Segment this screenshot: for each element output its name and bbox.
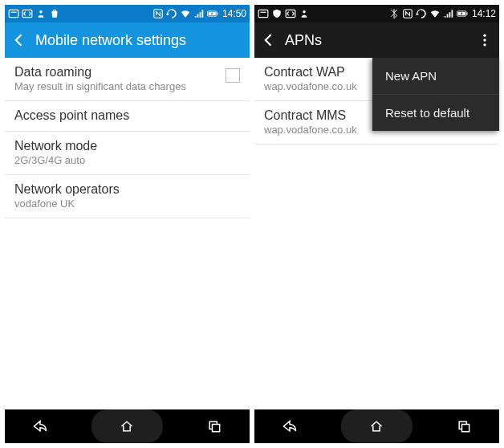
setting-title: Network operators [14, 182, 240, 197]
nav-home-button[interactable] [91, 409, 162, 443]
svg-point-18 [483, 35, 486, 37]
htc-sense-icon [258, 8, 269, 19]
nfc-icon [402, 8, 413, 19]
svg-point-20 [483, 43, 486, 46]
battery-icon [207, 8, 218, 19]
setting-title: Data roaming [14, 65, 226, 79]
status-left-icons [8, 8, 60, 19]
nav-recent-button[interactable] [179, 409, 250, 443]
setting-title: Network mode [14, 139, 240, 153]
menu-reset-default[interactable]: Reset to default [372, 95, 499, 131]
wifi-icon [429, 8, 441, 19]
setting-subtitle: vodafone UK [14, 198, 240, 210]
menu-new-apn[interactable]: New APN [372, 58, 499, 95]
back-button[interactable] [11, 32, 27, 48]
clock: 14:12 [470, 8, 496, 19]
svg-rect-22 [461, 425, 469, 432]
shopping-icon [49, 8, 60, 19]
sync-icon [416, 8, 427, 19]
svg-rect-10 [258, 10, 268, 17]
nav-home-button[interactable] [341, 409, 412, 443]
bluetooth-icon [388, 8, 400, 19]
status-bar: 14:12 [254, 5, 499, 22]
page-title: APNs [285, 32, 477, 49]
svg-point-19 [483, 39, 486, 41]
settings-list: Data roaming May result in significant d… [5, 58, 250, 409]
overflow-menu: New APN Reset to default [372, 58, 499, 131]
svg-rect-0 [9, 10, 18, 17]
svg-point-13 [303, 10, 306, 13]
nav-recent-button[interactable] [429, 409, 499, 443]
recent-apps-icon [206, 418, 222, 434]
overflow-menu-button[interactable] [477, 32, 493, 48]
shield-icon [271, 8, 282, 19]
setting-subtitle: May result in significant data charges [14, 80, 226, 92]
clock: 14:50 [221, 8, 246, 19]
page-title: Mobile network settings [35, 32, 243, 49]
person-icon [35, 8, 47, 19]
status-right-icons: 14:50 [152, 8, 246, 19]
status-left-icons [258, 8, 310, 19]
header: Mobile network settings [5, 22, 250, 58]
svg-rect-1 [11, 12, 17, 13]
left-screenshot: 14:50 Mobile network settings Data roami… [5, 5, 250, 443]
svg-rect-11 [261, 12, 266, 13]
right-screenshot: 14:12 APNs Contract WAP wap.vodafone.co.… [254, 5, 499, 443]
svg-point-3 [39, 10, 43, 13]
battery-icon [457, 8, 468, 19]
recent-apps-icon [456, 418, 472, 434]
wifi-icon [180, 8, 191, 19]
status-right-icons: 14:12 [388, 8, 496, 19]
setting-network-operators[interactable]: Network operators vodafone UK [5, 175, 250, 218]
data-roaming-checkbox[interactable] [226, 68, 240, 83]
signal-icon [443, 8, 454, 19]
svg-rect-9 [212, 425, 219, 432]
home-icon [368, 418, 384, 434]
chevron-left-icon [11, 32, 27, 48]
dev-icon [22, 8, 33, 19]
signal-icon [193, 8, 205, 19]
back-button[interactable] [261, 32, 277, 48]
nav-bar [254, 409, 499, 443]
home-icon [119, 418, 135, 434]
htc-sense-icon [8, 8, 19, 19]
sync-icon [166, 8, 177, 19]
setting-data-roaming[interactable]: Data roaming May result in significant d… [5, 58, 250, 101]
chevron-left-icon [261, 32, 277, 48]
nav-bar [5, 409, 250, 443]
setting-network-mode[interactable]: Network mode 2G/3G/4G auto [5, 132, 250, 175]
status-bar: 14:50 [5, 5, 250, 22]
dev-icon [285, 8, 296, 19]
header: APNs [254, 22, 499, 58]
back-icon [32, 418, 48, 434]
person-icon [299, 8, 310, 19]
nav-back-button[interactable] [254, 409, 325, 443]
nfc-icon [152, 8, 164, 19]
svg-rect-16 [466, 12, 467, 14]
setting-title: Access point names [14, 108, 240, 123]
setting-subtitle: 2G/3G/4G auto [14, 154, 240, 166]
nav-back-button[interactable] [5, 409, 75, 443]
back-icon [282, 418, 298, 434]
svg-rect-6 [217, 12, 217, 14]
more-vert-icon [477, 32, 493, 48]
setting-apn[interactable]: Access point names [5, 101, 250, 132]
